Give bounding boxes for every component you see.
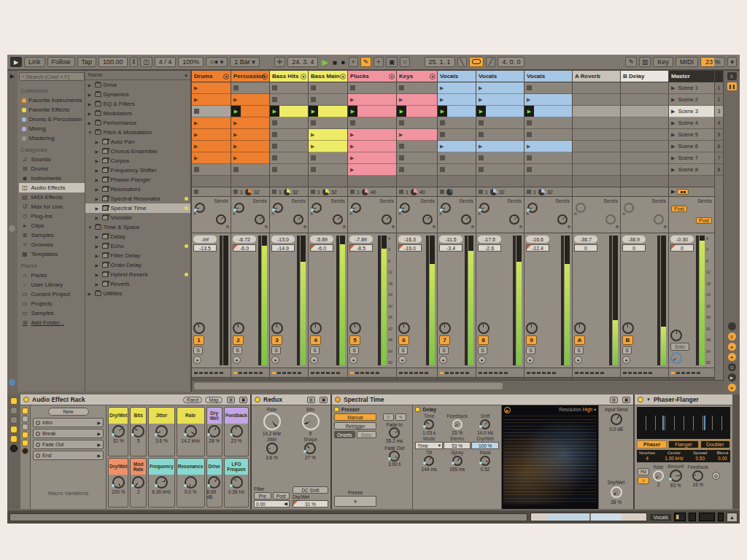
new-variation-button[interactable]: New — [48, 408, 89, 416]
empty-slot[interactable] — [621, 129, 668, 141]
device-thumbnail[interactable] — [699, 513, 715, 521]
rack-collapse-circle[interactable] — [22, 448, 28, 454]
scene-number[interactable]: 2 — [715, 94, 723, 106]
clip-slot[interactable]: ▶ — [348, 129, 396, 141]
expand-arrow-icon[interactable]: ▶ — [96, 206, 100, 211]
empty-slot[interactable] — [573, 129, 620, 141]
fader-value-field[interactable]: -3.4 — [439, 244, 462, 252]
send-b-knob[interactable] — [333, 214, 343, 225]
expand-arrow-icon[interactable]: ▶ — [88, 111, 93, 116]
clip-slot[interactable]: ▶ — [309, 141, 347, 152]
clip-stop-slot[interactable] — [309, 152, 347, 164]
clip-slot[interactable]: ▶ — [438, 141, 476, 152]
freezer-curve-icon[interactable]: ∿ — [395, 413, 406, 421]
macro-name-pad[interactable]: Dry Wet — [207, 408, 222, 424]
empty-slot[interactable] — [621, 106, 668, 117]
redux-drywet-value[interactable]: 31 % — [293, 500, 328, 508]
device-thumbnail[interactable] — [689, 513, 696, 521]
expand-arrow-icon[interactable]: ▶ — [96, 244, 100, 249]
macro-name-pad[interactable]: Dry/Wet — [109, 459, 128, 475]
volume-fader[interactable] — [561, 236, 564, 365]
browser-item-dynamics[interactable]: ▶Dynamics — [85, 90, 190, 99]
delay-stereo-value[interactable]: 53 % — [444, 442, 471, 449]
rack-collapse-icon[interactable] — [10, 445, 18, 452]
variation-launch-icon[interactable]: ▶ — [97, 420, 101, 425]
redux-hotswap-icon[interactable]: ◎ — [307, 397, 315, 403]
groove-amount-menu[interactable]: ○● ▾ — [206, 57, 228, 67]
track-menu-icon[interactable]: ▾ — [389, 74, 395, 79]
sidebar-item-collection-3[interactable]: Mixing — [19, 124, 85, 133]
phaser-hz-button[interactable]: Hz — [638, 468, 649, 475]
play-button[interactable]: ▶ — [320, 58, 329, 67]
clip-slot[interactable]: ▶ — [525, 141, 572, 152]
delay-mode-select[interactable]: Time▾ — [415, 442, 442, 449]
spectral-time-save-icon[interactable]: ▣ — [622, 397, 630, 403]
clip-stop-icon[interactable] — [233, 190, 238, 194]
clip-stop-slot[interactable] — [476, 164, 524, 176]
loop-button[interactable] — [469, 57, 484, 67]
scene-slot[interactable]: ▶Scene 3 — [669, 106, 714, 117]
browser-item-pitch-modulation[interactable]: ▼Pitch & Modulation — [85, 128, 190, 137]
macro-knob-3[interactable] — [155, 425, 168, 438]
track-header[interactable]: Plucks▾ — [348, 71, 396, 82]
scene-slot[interactable]: ▶Scene 5 — [669, 129, 714, 141]
send-a-knob[interactable] — [479, 203, 489, 213]
clip-slot[interactable]: ▶ — [438, 94, 476, 106]
rack-devices-toggle[interactable] — [22, 440, 28, 446]
metronome-button[interactable]: ◫ — [140, 57, 152, 67]
capture-midi-button[interactable]: + — [374, 57, 383, 67]
clip-stop-slot[interactable] — [397, 152, 437, 164]
track-header[interactable]: A Reverb — [573, 71, 620, 82]
scene-number[interactable]: 6 — [715, 141, 723, 152]
stop-all-play-icon[interactable]: ▶ — [671, 189, 675, 195]
clip-stop-slot[interactable] — [309, 94, 347, 106]
variation-break[interactable]: Break▶ — [33, 429, 104, 438]
macro-knob-5[interactable] — [208, 425, 220, 438]
variation-intro[interactable]: Intro▶ — [33, 418, 104, 427]
freezer-sync-button[interactable]: Sync — [357, 431, 376, 438]
redux-filter-value[interactable]: 0.00◀ — [254, 500, 290, 508]
browser-item-filter-delay[interactable]: ▶Filter Delay — [85, 251, 190, 260]
fader-value-field[interactable]: 0 — [574, 244, 597, 252]
redux-on-led[interactable] — [255, 397, 260, 402]
browser-item-frequency-shifter[interactable]: ▶Frequency Shifter — [85, 166, 190, 175]
clip-slot-playing[interactable]: ▶ — [231, 106, 269, 117]
tempo-field[interactable]: 100.00 — [98, 57, 128, 67]
delay-tilt-knob[interactable] — [424, 456, 434, 466]
cue-button[interactable]: ● — [310, 356, 318, 364]
browser-item-vocoder[interactable]: ▶Vocoder — [85, 213, 190, 222]
macro-name-pad[interactable]: Resonance — [177, 459, 204, 475]
clip-stop-slot[interactable] — [270, 141, 308, 152]
cpu-menu-arrow[interactable]: ▾ — [727, 57, 737, 67]
delay-shift-knob[interactable] — [480, 419, 490, 429]
pan-knob[interactable] — [439, 322, 451, 334]
clip-stop-slot[interactable] — [309, 117, 347, 129]
empty-slot[interactable] — [573, 152, 620, 164]
sidebar-item-samples[interactable]: ≣Samples — [19, 230, 85, 240]
master-track-header[interactable]: Master — [669, 71, 714, 82]
phaser-on-led[interactable] — [638, 397, 643, 402]
clip-stop-slot[interactable] — [525, 117, 572, 129]
fader-value-field[interactable]: -12.4 — [526, 244, 549, 252]
expand-arrow-icon[interactable]: ▶ — [88, 291, 93, 296]
send-b-knob[interactable] — [557, 214, 568, 225]
volume-fader[interactable] — [220, 236, 222, 365]
clip-slot-playing[interactable]: ▶ — [309, 106, 347, 117]
cue-button[interactable]: ● — [622, 356, 630, 364]
nudge-down-button[interactable]: ‖ — [130, 57, 139, 67]
clip-stop-icon[interactable] — [440, 190, 444, 194]
clip-slot-playing[interactable]: ▶ — [476, 106, 524, 117]
clip-stop-slot[interactable] — [270, 164, 308, 176]
phaser-param-center[interactable]: Center1.00 kHz — [665, 451, 684, 461]
clip-stop-slot[interactable] — [397, 164, 437, 176]
track-activator-button[interactable]: 5 — [349, 335, 360, 345]
phaser-tab-phaser[interactable]: Phaser — [637, 440, 667, 448]
browser-item-hybrid-reverb[interactable]: ▶Hybrid Reverb — [85, 270, 190, 279]
volume-fader[interactable] — [426, 236, 429, 365]
master-solo-button[interactable]: Solo — [670, 343, 689, 351]
clip-stop-icon[interactable] — [194, 190, 198, 194]
macro-knob-4[interactable] — [185, 425, 197, 438]
expand-arrow-icon[interactable]: ▶ — [88, 120, 93, 125]
phaser-tab-doubler[interactable]: Doubler — [700, 440, 730, 448]
mixer-section-toggle-0[interactable] — [728, 322, 736, 330]
